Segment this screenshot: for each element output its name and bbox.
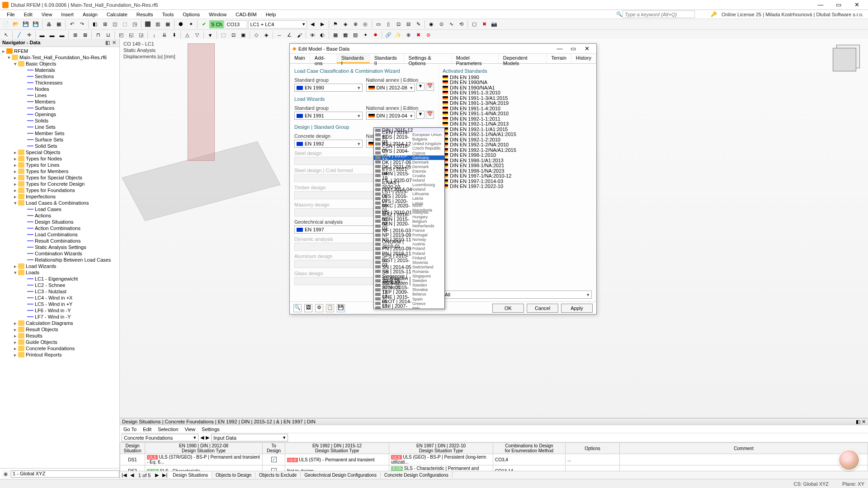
dlg-tab[interactable]: History (571, 54, 596, 63)
view-gizmo[interactable] (830, 43, 862, 75)
bp-table[interactable]: DesignSituation EN 1990 | DIN | 2012-08D… (120, 442, 868, 471)
menu-view[interactable]: View (37, 11, 57, 18)
dlg-opt-icon[interactable]: ⚙ (315, 304, 323, 312)
line-icon[interactable]: ╱ (14, 31, 24, 40)
dlg-tab[interactable]: Standards II (370, 54, 404, 63)
menu-assign[interactable]: Assign (78, 11, 102, 18)
dlg-tab[interactable]: Add-ons (310, 54, 337, 63)
filter2-icon[interactable]: ▼ (416, 111, 425, 119)
bp-view[interactable]: View (184, 427, 195, 432)
tree-item[interactable]: ▸Types for Members (0, 168, 119, 174)
tree-item[interactable]: Solid Sets (0, 143, 119, 149)
cube3-icon[interactable]: ◲ (137, 31, 146, 40)
print-icon[interactable]: 🖶 (44, 20, 53, 29)
next-icon[interactable]: ▶ (318, 20, 327, 29)
gres4-icon[interactable]: ✦ (361, 31, 370, 40)
bp-tab-otd[interactable]: Objects to Design (212, 472, 255, 478)
apply-button[interactable]: Apply (561, 304, 593, 313)
nav-close-icon[interactable]: ✕ (111, 40, 117, 46)
tree-item[interactable]: Member Sets (0, 130, 119, 136)
tree-item[interactable]: ▸RFEM (0, 48, 119, 54)
cube2-icon[interactable]: ◱ (127, 31, 136, 40)
filter1-icon[interactable]: ▼ (416, 83, 425, 91)
del-icon[interactable]: ✖ (414, 31, 423, 40)
user-avatar[interactable] (838, 449, 860, 471)
cursor-icon[interactable]: ↖ (1, 31, 10, 40)
flag-icon[interactable]: ⚑ (331, 20, 340, 29)
dlg-min-icon[interactable]: — (553, 45, 566, 52)
tree-item[interactable]: Static Analysis Settings (0, 244, 119, 250)
bp-combo1[interactable]: Concrete Foundations▾ (122, 434, 198, 441)
tb-b[interactable]: ⊞ (100, 20, 109, 29)
menu-help[interactable]: Help (261, 11, 281, 18)
close-button[interactable]: ✕ (848, 1, 866, 8)
gres1-icon[interactable]: ▦ (331, 31, 340, 40)
vis1-icon[interactable]: 👁 (308, 31, 317, 40)
gres5-icon[interactable]: ✹ (371, 31, 380, 40)
tree-item[interactable]: Nodes (0, 86, 119, 92)
bp-tab-cdc[interactable]: Concrete Design Configurations (381, 472, 453, 478)
tree-item[interactable]: Actions (0, 212, 119, 219)
bp-tab-ds[interactable]: Design Situations (169, 472, 212, 478)
dlg-tab[interactable]: Dependent Models (499, 54, 547, 63)
dlg-tab[interactable]: Model Parameters (452, 54, 499, 63)
load3-icon[interactable]: ⬇ (170, 31, 179, 40)
dlg-save-icon[interactable]: 💾 (337, 304, 345, 312)
scr-icon[interactable]: ⊕ (404, 31, 413, 40)
tb-q[interactable]: ⊟ (404, 20, 413, 29)
sel2-icon[interactable]: ⊡ (229, 31, 238, 40)
open-icon[interactable]: 📂 (11, 20, 20, 29)
tb-i[interactable]: ⬢ (176, 20, 185, 29)
cal1-icon[interactable]: 📅 (426, 83, 434, 91)
sel1-icon[interactable]: ⬚ (219, 31, 228, 40)
cs-combo[interactable]: 1 - Global XYZ (11, 470, 119, 478)
tb-l[interactable]: ⊕ (351, 20, 360, 29)
save-icon[interactable]: 💾 (21, 20, 30, 29)
bp-tab-gdc[interactable]: Geotechnical Design Configurations (301, 472, 381, 478)
badge-sch[interactable]: S Ch (209, 20, 224, 28)
bug-icon[interactable]: ✖ (480, 20, 489, 29)
sec1-icon[interactable]: ⊓ (94, 31, 103, 40)
snap-icon[interactable]: ✛ (24, 31, 33, 40)
table-row[interactable]: DS1 ULS ULS (STR/GEO) - BS-P | Permanent… (120, 454, 868, 465)
menu-calculate[interactable]: Calculate (102, 11, 132, 18)
tree-item[interactable]: Materials (0, 67, 119, 73)
menu-file[interactable]: File (2, 11, 19, 18)
ok-button[interactable]: OK (492, 304, 524, 313)
tree-item[interactable]: Surfaces (0, 105, 119, 111)
tree-item[interactable]: ▸Types for Lines (0, 162, 119, 168)
tree-item[interactable]: ▾Loads (0, 269, 119, 276)
tree-item[interactable]: Surface Sets (0, 136, 119, 143)
dlg-tab[interactable]: Terrain (547, 54, 571, 63)
tb-n[interactable]: ▭ (374, 20, 383, 29)
extra2-icon[interactable]: ◈ (262, 31, 271, 40)
tree-item[interactable]: ▸Types for Foundations (0, 187, 119, 193)
gres3-icon[interactable]: ▨ (351, 31, 360, 40)
stop-icon[interactable]: ⊘ (424, 31, 433, 40)
bp-next-icon[interactable]: ▶ (206, 435, 209, 441)
tree-item[interactable]: ▸Guide Objects (0, 339, 119, 345)
tree-item[interactable]: ▸Load Wizards (0, 263, 119, 269)
tb-o[interactable]: ▯ (384, 20, 393, 29)
redo-icon[interactable]: ↷ (77, 20, 86, 29)
tree-item[interactable]: Members (0, 99, 119, 105)
tree-item[interactable]: Lines (0, 92, 119, 99)
tree-item[interactable]: ▸Special Objects (0, 149, 119, 155)
load2-icon[interactable]: ⇊ (160, 31, 169, 40)
saveall-icon[interactable]: 💾 (31, 20, 40, 29)
extra1-icon[interactable]: ◇ (252, 31, 261, 40)
tb-u[interactable]: ∿ (447, 20, 456, 29)
tree-item[interactable]: ▸Results (0, 333, 119, 339)
sel3-icon[interactable]: ▣ (239, 31, 248, 40)
sec2-icon[interactable]: ⊔ (104, 31, 113, 40)
tree-item[interactable]: ▸Concrete Foundations (0, 345, 119, 352)
cancel-button[interactable]: Cancel (527, 304, 558, 313)
tb-k[interactable]: ◈ (341, 20, 350, 29)
combo-sg1[interactable]: EN 1990▾ (294, 84, 363, 92)
tree-item[interactable]: ▸Types for Concrete Design (0, 181, 119, 187)
menu-tools[interactable]: Tools (157, 11, 178, 18)
tb-j[interactable]: ✦ (186, 20, 195, 29)
tb-a[interactable]: ◧ (90, 20, 99, 29)
ang-icon[interactable]: ∠ (285, 31, 294, 40)
tree-item[interactable]: Openings (0, 111, 119, 117)
